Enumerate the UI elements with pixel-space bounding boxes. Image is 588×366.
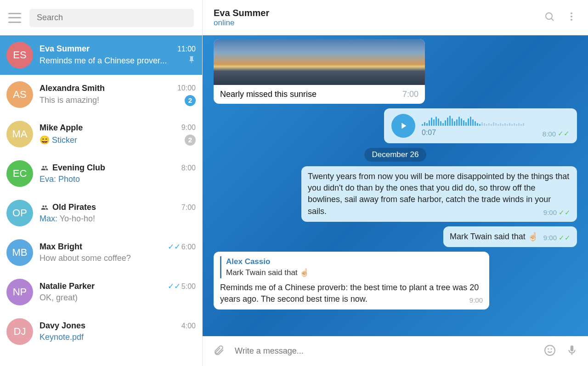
message-reply[interactable]: Alex Cassio Mark Twain said that ☝🏻 Remi… <box>214 252 577 310</box>
message-time: 9:00 <box>543 234 557 242</box>
chat-name: Old Pirates <box>40 203 96 212</box>
chat-item-mike-apple[interactable]: MA Mike Apple 9:00 😄 Sticker 2 <box>0 114 202 154</box>
group-icon <box>40 164 50 172</box>
message-photo[interactable]: Nearly missed this sunrise 7:00 <box>214 39 577 104</box>
message-time: 9:00 <box>469 295 483 305</box>
chat-header-info[interactable]: Eva Summer online <box>214 8 533 28</box>
chat-preview: Eva: Photo <box>40 175 80 184</box>
photo-caption-text: Nearly missed this sunrise <box>220 90 317 99</box>
chat-time: 4:00 <box>181 322 196 330</box>
messages-area[interactable]: Nearly missed this sunrise 7:00 0:07 8:0… <box>203 35 588 336</box>
avatar: MB <box>6 239 33 266</box>
composer <box>203 336 588 366</box>
avatar: OP <box>6 200 33 226</box>
message-time: 7:00 <box>402 90 418 99</box>
chat-time: 7:00 <box>181 203 196 212</box>
reply-reference[interactable]: Alex Cassio Mark Twain said that ☝🏻 <box>220 256 483 278</box>
reply-quoted-text: Mark Twain said that ☝🏻 <box>226 267 483 278</box>
chat-time: ✓✓5:00 <box>168 282 196 291</box>
sidebar-header <box>0 0 202 35</box>
message-text: Mark Twain said that ☝🏻 <box>450 232 538 241</box>
microphone-icon[interactable] <box>566 344 578 358</box>
emoji-icon[interactable] <box>544 344 556 358</box>
voice-waveform[interactable]: 0:07 <box>422 115 536 137</box>
svg-line-1 <box>551 18 554 21</box>
chat-preview: 😄 Sticker <box>40 135 77 145</box>
chat-item-eva-summer[interactable]: ES Eva Summer 11:00 Reminds me of a Chin… <box>0 35 202 75</box>
sidebar: ES Eva Summer 11:00 Reminds me of a Chin… <box>0 0 203 366</box>
chat-time: ✓✓6:00 <box>168 242 196 252</box>
search-icon[interactable] <box>544 11 555 24</box>
avatar: DJ <box>6 318 33 345</box>
avatar: MA <box>6 121 33 147</box>
chat-item-davy-jones[interactable]: DJ Davy Jones 4:00 Keynote.pdf <box>0 312 202 351</box>
message-time: 8:00 <box>543 130 556 138</box>
chat-time: 11:00 <box>177 45 196 53</box>
double-check-icon: ✓✓ <box>168 242 181 251</box>
search-box[interactable] <box>29 9 194 27</box>
chat-header: Eva Summer online <box>203 0 588 35</box>
message-input[interactable] <box>235 346 534 356</box>
svg-point-0 <box>546 13 552 19</box>
unread-badge: 2 <box>185 95 196 106</box>
svg-point-3 <box>571 16 572 17</box>
message-voice[interactable]: 0:07 8:00 ✓✓ <box>214 108 577 143</box>
chat-panel: Eva Summer online Nearly missed this sun… <box>203 0 588 366</box>
chat-name: Evening Club <box>40 163 105 173</box>
chat-item-natalie-parker[interactable]: NP Natalie Parker ✓✓5:00 OK, great) <box>0 272 202 312</box>
chat-name: Eva Summer <box>40 44 90 54</box>
chat-name: Mike Apple <box>40 123 83 133</box>
attach-icon[interactable] <box>213 344 225 358</box>
double-check-icon: ✓✓ <box>168 282 181 291</box>
group-icon <box>40 204 50 211</box>
avatar: ES <box>6 42 33 68</box>
unread-badge: 2 <box>185 135 196 146</box>
chat-list: ES Eva Summer 11:00 Reminds me of a Chin… <box>0 35 202 366</box>
more-icon[interactable] <box>566 11 577 24</box>
chat-name: Max Bright <box>40 242 82 252</box>
message-text: Reminds me of a Chinese proverb: the bes… <box>220 283 479 304</box>
chat-item-evening-club[interactable]: EC Evening Club 8:00 Eva: Photo <box>0 154 202 193</box>
chat-item-max-bright[interactable]: MB Max Bright ✓✓6:00 How about some coff… <box>0 233 202 272</box>
menu-icon[interactable] <box>8 13 21 23</box>
chat-preview: Keynote.pdf <box>40 332 84 342</box>
chat-name: Davy Jones <box>40 321 85 331</box>
chat-header-title: Eva Summer <box>214 8 533 18</box>
chat-time: 8:00 <box>181 164 196 172</box>
chat-time: 9:00 <box>181 124 196 132</box>
chat-preview: Reminds me of a Chinese prover... <box>40 56 167 66</box>
avatar: NP <box>6 279 33 305</box>
message-text: Twenty years from now you will be more d… <box>308 172 569 216</box>
avatar: EC <box>6 160 33 187</box>
chat-item-alexandra-smith[interactable]: AS Alexandra Smith 10:00 This is amazing… <box>0 75 202 114</box>
svg-point-4 <box>571 19 572 21</box>
voice-duration: 0:07 <box>422 129 536 137</box>
date-separator: December 26 <box>214 148 577 162</box>
double-check-icon: ✓✓ <box>559 234 571 242</box>
chat-preview: OK, great) <box>40 293 78 303</box>
pin-icon <box>187 56 196 66</box>
chat-name: Alexandra Smith <box>40 84 105 93</box>
chat-name: Natalie Parker <box>40 282 95 291</box>
svg-point-6 <box>548 349 548 349</box>
play-button[interactable] <box>391 114 415 138</box>
double-check-icon: ✓✓ <box>559 208 571 216</box>
svg-point-2 <box>571 12 572 14</box>
message-attribution[interactable]: Mark Twain said that ☝🏻 9:00✓✓ <box>214 226 577 247</box>
photo-image <box>214 39 425 85</box>
chat-preview: Max: Yo-ho-ho! <box>40 214 95 224</box>
message-quote[interactable]: Twenty years from now you will be more d… <box>214 166 577 222</box>
chat-preview: This is amazing! <box>40 96 99 105</box>
search-input[interactable] <box>37 13 187 23</box>
chat-item-old-pirates[interactable]: OP Old Pirates 7:00 Max: Yo-ho-ho! <box>0 193 202 233</box>
reply-author: Alex Cassio <box>226 256 483 267</box>
chat-preview: How about some coffee? <box>40 253 131 263</box>
svg-point-7 <box>551 349 552 349</box>
chat-time: 10:00 <box>177 84 196 92</box>
message-time: 9:00 <box>543 208 557 216</box>
avatar: AS <box>6 81 33 108</box>
chat-header-status: online <box>214 18 533 28</box>
double-check-icon: ✓✓ <box>558 130 570 138</box>
svg-point-5 <box>545 345 555 355</box>
